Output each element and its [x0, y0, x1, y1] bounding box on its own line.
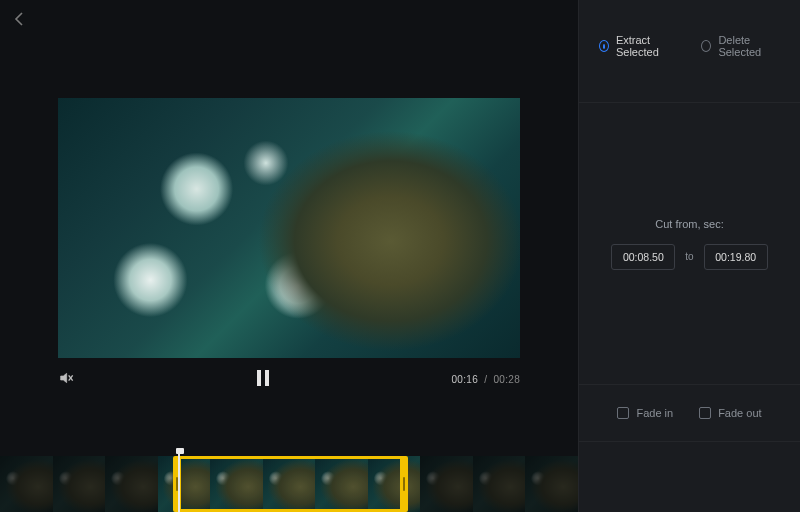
- timeline-thumb[interactable]: [368, 456, 421, 512]
- cut-section: Cut from, sec: 00:08.50 to 00:19.80: [579, 103, 800, 385]
- thumb-image: [0, 456, 53, 512]
- fade-section: Fade in Fade out: [579, 385, 800, 442]
- video-preview[interactable]: [58, 98, 520, 358]
- timeline-thumb[interactable]: [263, 456, 316, 512]
- radio-dot-icon: [599, 40, 609, 52]
- cut-from-input[interactable]: 00:08.50: [611, 244, 675, 270]
- timeline-thumb[interactable]: [420, 456, 473, 512]
- thumb-image: [368, 456, 421, 512]
- thumb-image: [53, 456, 106, 512]
- thumb-image: [263, 456, 316, 512]
- thumb-image: [525, 456, 578, 512]
- cut-title: Cut from, sec:: [599, 218, 780, 230]
- timeline-thumb[interactable]: [210, 456, 263, 512]
- radio-extract-label: Extract Selected: [616, 34, 680, 58]
- timeline-thumb[interactable]: [315, 456, 368, 512]
- checkbox-icon: [699, 407, 711, 419]
- radio-delete-selected[interactable]: Delete Selected: [701, 34, 780, 58]
- duration: 00:28: [493, 374, 520, 385]
- volume-muted-icon: [58, 370, 74, 386]
- playback-controls: 00:16 / 00:28: [58, 370, 520, 388]
- current-time: 00:16: [452, 374, 479, 385]
- thumb-image: [315, 456, 368, 512]
- thumb-image: [420, 456, 473, 512]
- side-panel: Extract Selected Delete Selected Cut fro…: [578, 0, 800, 512]
- back-button[interactable]: [14, 12, 24, 30]
- chevron-left-icon: [14, 12, 24, 26]
- timeline-thumb[interactable]: [53, 456, 106, 512]
- time-separator: /: [484, 374, 487, 385]
- preview-frame-image: [58, 98, 520, 358]
- thumb-image: [158, 456, 211, 512]
- mute-button[interactable]: [58, 370, 74, 388]
- radio-delete-label: Delete Selected: [718, 34, 780, 58]
- cut-to-input[interactable]: 00:19.80: [704, 244, 768, 270]
- mode-section: Extract Selected Delete Selected: [579, 0, 800, 103]
- timeline-thumb[interactable]: [473, 456, 526, 512]
- pause-icon: [256, 370, 270, 386]
- pause-button[interactable]: [256, 370, 270, 388]
- thumb-image: [473, 456, 526, 512]
- cut-to-label: to: [685, 251, 693, 262]
- radio-dot-icon: [701, 40, 711, 52]
- fade-out-label: Fade out: [718, 407, 761, 419]
- fade-in-label: Fade in: [636, 407, 673, 419]
- timeline-thumb[interactable]: [0, 456, 53, 512]
- svg-rect-2: [257, 370, 261, 386]
- checkbox-fade-out[interactable]: Fade out: [699, 407, 761, 419]
- preview-area: 00:16 / 00:28: [0, 0, 578, 456]
- timeline-thumb[interactable]: [525, 456, 578, 512]
- thumb-image: [105, 456, 158, 512]
- time-display: 00:16 / 00:28: [452, 374, 521, 385]
- main-panel: 00:16 / 00:28: [0, 0, 578, 512]
- checkbox-icon: [617, 407, 629, 419]
- app-root: 00:16 / 00:28 Extract Selected: [0, 0, 800, 512]
- svg-rect-3: [265, 370, 269, 386]
- timeline-thumb[interactable]: [105, 456, 158, 512]
- thumb-image: [210, 456, 263, 512]
- timeline-thumb[interactable]: [158, 456, 211, 512]
- checkbox-fade-in[interactable]: Fade in: [617, 407, 673, 419]
- playhead[interactable]: [178, 452, 180, 512]
- timeline[interactable]: [0, 456, 578, 512]
- side-bottom-spacer: [579, 442, 800, 512]
- radio-extract-selected[interactable]: Extract Selected: [599, 34, 679, 58]
